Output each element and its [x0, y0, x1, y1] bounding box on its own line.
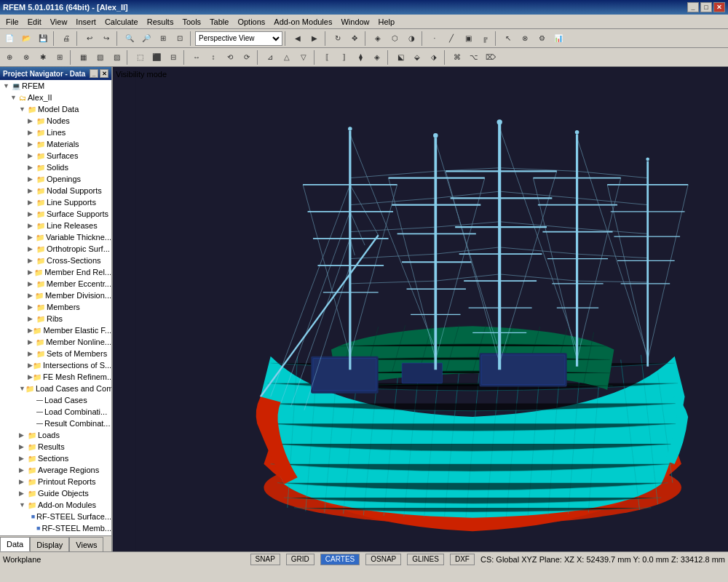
expand-materials[interactable]: ▶: [28, 140, 36, 148]
undo-button[interactable]: ↩: [82, 31, 98, 47]
tree-item-sections[interactable]: ▶ 📁 Sections: [0, 453, 111, 464]
toolbar2-btn15[interactable]: ⊿: [262, 49, 278, 65]
tree-item-openings[interactable]: ▶ 📁 Openings: [0, 173, 111, 185]
view-dropdown[interactable]: Perspective View: [195, 31, 282, 46]
toolbar2-btn20[interactable]: ⧫: [352, 49, 368, 65]
toolbar2-btn27[interactable]: ⌦: [483, 49, 499, 65]
surface-button[interactable]: ▣: [460, 31, 476, 47]
expand-line-releases[interactable]: ▶: [28, 222, 36, 229]
shaded-button[interactable]: ◑: [403, 31, 419, 47]
result-button[interactable]: 📊: [550, 31, 566, 47]
tree-item-intersections[interactable]: ▶ 📁 Intersections of S...: [0, 359, 111, 371]
navigate-forward[interactable]: ▶: [306, 31, 323, 47]
tree-item-rfem[interactable]: ▼ 💻 RFEM: [0, 80, 111, 92]
tab-views[interactable]: Views: [69, 537, 103, 551]
tree-item-rf-steel-surface[interactable]: ■ RF-STEEL Surface...: [0, 511, 111, 522]
tree-item-addon-modules[interactable]: ▼ 📁 Add-on Modules: [0, 499, 111, 511]
tree-item-orthotropic[interactable]: ▶ 📁 Orthotropic Surf...: [0, 243, 111, 255]
toolbar2-btn22[interactable]: ⬕: [392, 49, 408, 65]
tree-item-rf-steel-memb[interactable]: ■ RF-STEEL Memb...: [0, 522, 111, 534]
tree-item-average-regions[interactable]: ▶ 📁 Average Regions: [0, 464, 111, 476]
tree-item-surface-supports[interactable]: ▶ 📁 Surface Supports: [0, 208, 111, 220]
rotate-button[interactable]: ↻: [330, 31, 346, 47]
expand-results[interactable]: ▶: [19, 443, 28, 450]
menu-window[interactable]: Window: [336, 16, 373, 28]
toolbar2-btn8[interactable]: ⬚: [132, 49, 148, 65]
menu-edit[interactable]: Edit: [23, 16, 46, 28]
zoom-select-button[interactable]: ⊡: [172, 31, 188, 47]
node-button[interactable]: ·: [427, 31, 443, 47]
tree-item-variable-thickness[interactable]: ▶ 📁 Variable Thickne...: [0, 231, 111, 243]
calc-button[interactable]: ⚙: [534, 31, 550, 47]
redo-button[interactable]: ↪: [98, 31, 114, 47]
tree-item-result-combinat[interactable]: — Result Combinat...: [0, 418, 111, 429]
expand-member-eccentr[interactable]: ▶: [28, 280, 36, 287]
menu-view[interactable]: View: [46, 16, 72, 28]
toolbar2-btn2[interactable]: ⊗: [18, 49, 34, 65]
expand-alex2[interactable]: ▼: [10, 94, 19, 101]
save-button[interactable]: 💾: [35, 31, 51, 47]
tree-item-printout-reports[interactable]: ▶ 📁 Printout Reports: [0, 476, 111, 487]
expand-guide-objects[interactable]: ▶: [19, 490, 28, 497]
panel-minimize-btn[interactable]: _: [90, 69, 98, 78]
snap-button[interactable]: SNAP: [250, 554, 280, 565]
dxf-button[interactable]: DXF: [450, 554, 475, 565]
toolbar2-btn13[interactable]: ⟲: [222, 49, 238, 65]
expand-solids[interactable]: ▶: [28, 164, 36, 171]
close-button[interactable]: ✕: [713, 2, 725, 12]
tree-item-cross-sections[interactable]: ▶ 📁 Cross-Sections: [0, 255, 111, 266]
tab-display[interactable]: Display: [30, 537, 69, 551]
menu-calculate[interactable]: Calculate: [100, 16, 143, 28]
toolbar2-btn6[interactable]: ▧: [92, 49, 108, 65]
tree-item-materials[interactable]: ▶ 📁 Materials: [0, 138, 111, 150]
tree-item-member-nonline[interactable]: ▶ 📁 Member Nonline...: [0, 336, 111, 348]
expand-member-division[interactable]: ▶: [28, 292, 35, 299]
tree-item-member-end-rel[interactable]: ▶ 📁 Member End Rel...: [0, 266, 111, 278]
expand-surface-supports[interactable]: ▶: [28, 210, 36, 218]
tree-item-nodal-supports[interactable]: ▶ 📁 Nodal Supports: [0, 185, 111, 196]
expand-load-cases-comb[interactable]: ▼: [19, 385, 25, 392]
toolbar2-btn25[interactable]: ⌘: [449, 49, 465, 65]
tree-item-nodes[interactable]: ▶ 📁 Nodes: [0, 115, 111, 127]
expand-orthotropic[interactable]: ▶: [28, 245, 36, 252]
tree-item-members[interactable]: ▶ 📁 Members: [0, 301, 111, 313]
tree-item-guide-objects[interactable]: ▶ 📁 Guide Objects: [0, 487, 111, 499]
toolbar2-btn7[interactable]: ▨: [108, 49, 124, 65]
minimize-button[interactable]: _: [687, 2, 699, 12]
menu-table[interactable]: Table: [205, 16, 233, 28]
print-button[interactable]: 🖨: [58, 31, 74, 47]
expand-model-data[interactable]: ▼: [19, 105, 28, 113]
line-button[interactable]: ╱: [443, 31, 459, 47]
toolbar2-btn26[interactable]: ⌥: [466, 49, 482, 65]
zoom-in-button[interactable]: 🔍: [122, 31, 138, 47]
tree-item-member-division[interactable]: ▶ 📁 Member Division...: [0, 290, 111, 301]
pan-button[interactable]: ✥: [347, 31, 363, 47]
select-button[interactable]: ↖: [500, 31, 516, 47]
tree-item-loads[interactable]: ▶ 📁 Loads: [0, 429, 111, 441]
toolbar2-btn10[interactable]: ⊟: [165, 49, 181, 65]
toolbar2-btn21[interactable]: ◈: [369, 49, 385, 65]
toolbar2-btn9[interactable]: ⬛: [149, 49, 165, 65]
toolbar2-btn19[interactable]: ⟧: [336, 49, 352, 65]
tree-item-ribs[interactable]: ▶ 📁 Ribs: [0, 313, 111, 324]
tree-item-line-supports[interactable]: ▶ 📁 Line Supports: [0, 196, 111, 208]
expand-average-regions[interactable]: ▶: [19, 466, 28, 474]
expand-nodes[interactable]: ▶: [28, 117, 36, 124]
glines-button[interactable]: GLINES: [407, 554, 444, 565]
toolbar2-btn14[interactable]: ⟳: [239, 49, 255, 65]
expand-members[interactable]: ▶: [28, 303, 36, 311]
tree-item-sets-of-members[interactable]: ▶ 📁 Sets of Members: [0, 348, 111, 359]
tree-item-alex2[interactable]: ▼ 🗂 Alex_II: [0, 92, 111, 103]
expand-sections[interactable]: ▶: [19, 455, 28, 462]
expand-addon-modules[interactable]: ▼: [19, 501, 28, 509]
expand-line-supports[interactable]: ▶: [28, 199, 36, 206]
tab-data[interactable]: Data: [0, 537, 30, 551]
expand-ribs[interactable]: ▶: [28, 315, 36, 322]
toolbar2-btn17[interactable]: ▽: [296, 49, 312, 65]
zoom-all-button[interactable]: ⊞: [155, 31, 171, 47]
toolbar2-btn1[interactable]: ⊕: [1, 49, 17, 65]
toolbar2-btn23[interactable]: ⬙: [409, 49, 425, 65]
expand-intersections[interactable]: ▶: [28, 362, 33, 369]
member-button[interactable]: ╔: [477, 31, 493, 47]
wire-button[interactable]: ⬡: [387, 31, 403, 47]
